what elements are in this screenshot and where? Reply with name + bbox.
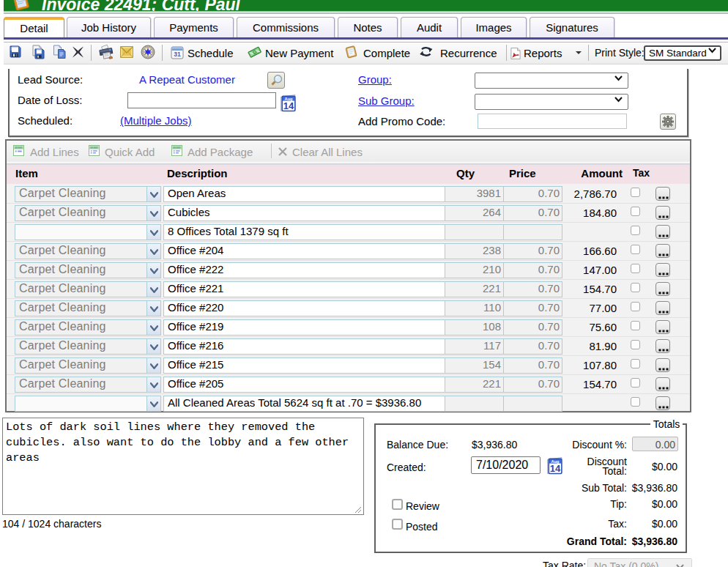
svg-text:14: 14 <box>283 100 294 111</box>
svg-text:31: 31 <box>174 51 181 58</box>
